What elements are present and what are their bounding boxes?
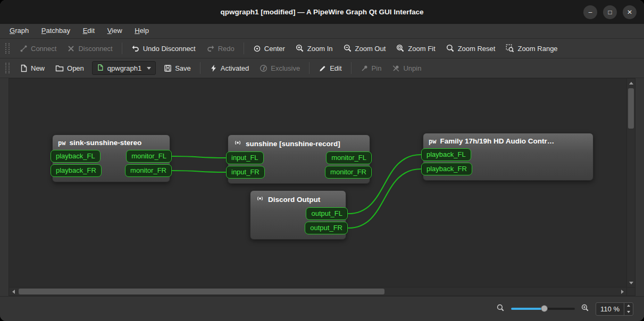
exclusive-button[interactable]: f Exclusive [255, 61, 305, 76]
activated-button[interactable]: Activated [205, 61, 254, 76]
save-icon [164, 64, 172, 72]
audio-port[interactable]: playback_FR [51, 164, 102, 177]
minimize-button[interactable]: – [583, 5, 597, 19]
node-header: pw Family 17h/19h HD Audio Contr… [423, 133, 593, 147]
zoom-spinbox[interactable]: 110 % [596, 302, 633, 316]
close-button[interactable]: ✕ [623, 5, 637, 19]
arrow-up-icon [629, 82, 633, 85]
node-sunshine[interactable]: sunshine [sunshine-record] input_FL inpu… [228, 134, 370, 184]
scroll-up-button[interactable] [627, 79, 635, 87]
audio-port[interactable]: monitor_FL [326, 151, 372, 164]
node-discord-output[interactable]: Discord Output output_FL output_FR [250, 190, 346, 240]
audio-port[interactable]: monitor_FL [126, 150, 172, 163]
audio-port[interactable]: playback_FL [421, 148, 471, 161]
vertical-scrollbar[interactable] [626, 79, 635, 287]
pipewire-icon: pw [429, 138, 436, 145]
statusbar: 110 % [0, 296, 644, 321]
audio-port[interactable]: input_FL [226, 151, 264, 164]
spin-down-button[interactable] [624, 309, 633, 315]
menu-patchbay[interactable]: Patchbay [36, 24, 76, 38]
redo-icon [206, 44, 215, 53]
connection-cable[interactable] [172, 171, 225, 172]
zoom-slider[interactable] [511, 305, 575, 312]
menu-edit[interactable]: Edit [78, 24, 100, 38]
pin-icon [361, 64, 369, 72]
audio-port[interactable]: input_FR [226, 166, 265, 179]
spin-up-button[interactable] [624, 303, 633, 309]
maximize-button[interactable]: □ [603, 5, 617, 19]
edit-button[interactable]: Edit [314, 61, 346, 76]
toolbar-graph: Connect Disconnect Undo Disconnect Redo … [0, 39, 644, 58]
node-header: pw sink-sunshine-stereo [53, 135, 170, 149]
zoom-range-button[interactable]: Zoom Range [501, 41, 562, 56]
node-family-audio-controller[interactable]: pw Family 17h/19h HD Audio Contr… playba… [423, 133, 593, 181]
horizontal-scrollbar[interactable] [9, 287, 626, 295]
lightning-icon [210, 64, 218, 72]
unpin-icon [392, 64, 400, 72]
undo-button[interactable]: Undo Disconnect [127, 41, 200, 56]
save-button[interactable]: Save [159, 61, 196, 76]
audio-port[interactable]: output_FR [305, 222, 348, 234]
app-window: qpwgraph1 [modified] — A PipeWire Graph … [0, 0, 644, 321]
audio-port[interactable]: playback_FL [51, 150, 101, 163]
undo-label: Undo Disconnect [143, 45, 196, 53]
horizontal-scrollbar-handle[interactable] [19, 289, 384, 294]
slider-handle[interactable] [541, 305, 548, 312]
scroll-right-button[interactable] [618, 288, 626, 296]
toolbar-grip[interactable] [5, 43, 10, 54]
new-button[interactable]: New [15, 61, 49, 76]
new-label: New [31, 64, 45, 72]
zoom-range-label: Zoom Range [517, 45, 557, 53]
vertical-scrollbar-handle[interactable] [628, 88, 634, 129]
zoom-in-button[interactable]: Zoom In [291, 41, 338, 56]
titlebar[interactable]: qpwgraph1 [modified] — A PipeWire Graph … [0, 0, 644, 24]
zoom-fit-button[interactable]: Zoom Fit [391, 41, 440, 56]
zoom-fit-icon [396, 44, 405, 53]
audio-port[interactable]: playback_FR [421, 163, 472, 175]
zoom-reset-icon [446, 44, 455, 53]
speaker-icon [233, 139, 242, 148]
unpin-button[interactable]: Unpin [387, 61, 426, 76]
menu-help[interactable]: Help [129, 24, 154, 38]
toolbar-file: New Open qpwgraph1 Save Activated f Excl… [0, 58, 644, 78]
pin-label: Pin [372, 64, 382, 72]
connection-cable[interactable] [172, 156, 225, 158]
slider-fill [511, 308, 544, 310]
arrow-right-icon [621, 290, 624, 294]
redo-button[interactable]: Redo [202, 41, 239, 56]
graph-canvas[interactable]: pw sink-sunshine-stereo playback_FL play… [9, 79, 626, 287]
zoom-out-button[interactable]: Zoom Out [339, 41, 391, 56]
minimize-icon: – [589, 9, 592, 16]
close-icon: ✕ [627, 9, 632, 16]
node-title: sink-sunshine-stereo [69, 139, 141, 147]
open-button[interactable]: Open [51, 61, 89, 76]
node-sink-sunshine-stereo[interactable]: pw sink-sunshine-stereo playback_FL play… [52, 134, 170, 182]
zoom-reset-button[interactable]: Zoom Reset [441, 41, 500, 56]
menu-graph[interactable]: Graph [4, 24, 34, 38]
scroll-down-button[interactable] [627, 278, 635, 287]
disconnect-button[interactable]: Disconnect [62, 41, 117, 56]
open-folder-icon [55, 64, 64, 72]
activated-label: Activated [221, 64, 249, 72]
window-title: qpwgraph1 [modified] — A PipeWire Graph … [220, 8, 423, 16]
scrollbar-corner [626, 287, 635, 295]
toolbar-separator [122, 43, 122, 54]
exclusive-label: Exclusive [271, 64, 300, 72]
toolbar-separator [244, 43, 244, 54]
toolbar-separator [200, 62, 200, 74]
scroll-left-button[interactable] [9, 288, 18, 296]
session-combo[interactable]: qpwgraph1 [92, 61, 156, 75]
arrow-down-icon [627, 311, 630, 313]
maximize-icon: □ [608, 9, 612, 16]
node-title: Discord Output [268, 196, 320, 204]
audio-port[interactable]: monitor_FR [125, 164, 172, 177]
menu-view[interactable]: View [102, 24, 128, 38]
connect-button[interactable]: Connect [15, 41, 61, 56]
center-button[interactable]: Center [248, 41, 290, 56]
pin-button[interactable]: Pin [356, 61, 387, 76]
audio-port[interactable]: monitor_FR [325, 166, 372, 179]
connect-icon [20, 45, 28, 53]
audio-port[interactable]: output_FL [306, 207, 348, 220]
zoom-value[interactable]: 110 % [596, 303, 624, 315]
toolbar-grip[interactable] [5, 63, 10, 73]
